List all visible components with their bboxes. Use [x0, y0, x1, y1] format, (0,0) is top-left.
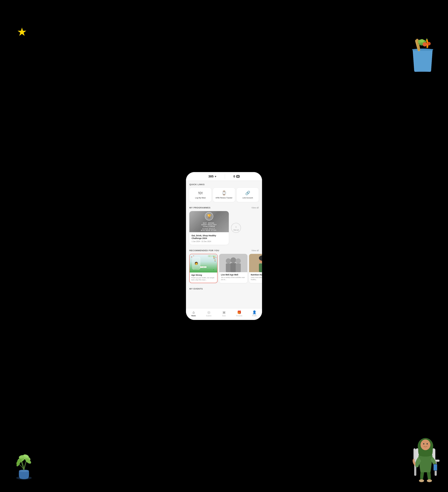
explore-label: Explore: [206, 315, 211, 317]
rec-card-age-strong[interactable]: DAY 1 DAY 2 🏃 DAY 3: [189, 254, 218, 283]
live-well-image: [219, 254, 247, 272]
plant-decoration: [9, 441, 40, 481]
quick-links-grid: 🍽 Log My Meal ⌚ HPB Fitness Tracker 🔗 Li…: [189, 188, 259, 202]
live-well-photo-bg: [219, 254, 247, 272]
grocery-decoration: [408, 37, 437, 73]
quick-link-link-account[interactable]: 🔗 Link Account: [237, 188, 259, 202]
hpb-fitness-label: HPB Fitness Tracker: [216, 197, 232, 199]
trophy-icon: 🏆: [205, 212, 213, 221]
age-strong-bg: DAY 1 DAY 2 🏃 DAY 3: [190, 254, 217, 272]
recommended-header: RECOMMENDED FOR YOU View all: [189, 249, 259, 252]
home-label: Home: [191, 315, 196, 317]
coin-box-icon: ⊞: [236, 175, 240, 178]
heart-dec-2: ❤: [193, 255, 194, 256]
svg-marker-32: [213, 269, 214, 270]
svg-point-17: [427, 42, 431, 45]
my-events-header: MY EVENTS: [189, 287, 259, 290]
phone-content: QUICK LINKS 🍽 Log My Meal ⌚ HPB Fitness …: [186, 180, 262, 311]
svg-point-31: [427, 479, 432, 482]
svg-point-15: [420, 39, 424, 42]
age-strong-image: DAY 1 DAY 2 🏃 DAY 3: [190, 254, 217, 272]
programme-date: 1 Jan 2024 - 31 Dec 2024: [192, 240, 227, 243]
nav-explore[interactable]: ◎ Explore: [201, 310, 216, 317]
scan-label: Scan: [222, 315, 226, 317]
home-icon: ⌂: [193, 310, 195, 314]
recommended-title: RECOMMENDED FOR YOU: [189, 249, 219, 252]
scan-icon: ▣: [222, 310, 226, 314]
programme-image-overlay: 🏆 EAT. DRINK.SHOP HEALTHYCHALLENGE SCAN …: [189, 211, 229, 232]
svg-rect-37: [226, 264, 231, 272]
quick-links-section: QUICK LINKS 🍽 Log My Meal ⌚ HPB Fitness …: [186, 180, 262, 204]
programme-image: 🏆 EAT. DRINK.SHOP HEALTHYCHALLENGE SCAN …: [189, 211, 229, 232]
nav-rewards[interactable]: 🎁 Rewards: [232, 310, 247, 317]
view-all-circle[interactable]: › View all: [231, 223, 241, 233]
nutrition-hub-image: [249, 254, 262, 272]
live-well-desc: Join a variety of free activities near y…: [221, 277, 246, 281]
quick-links-title: QUICK LINKS: [189, 183, 205, 185]
my-events-section: MY EVENTS: [186, 285, 262, 297]
nutrition-photo-bg: [249, 254, 262, 272]
rec-card-nutrition-hub[interactable]: Nutrition Hub Learn more about nutrition…: [249, 254, 262, 283]
link-account-label: Link Account: [242, 197, 253, 199]
svg-point-16: [423, 42, 427, 46]
status-divider: [225, 174, 225, 179]
rewards-icon: 🎁: [237, 310, 241, 314]
heart-icon: ♥: [215, 175, 216, 178]
points-display: 385 ♥: [208, 174, 216, 178]
quick-link-hpb-fitness[interactable]: ⌚ HPB Fitness Tracker: [213, 188, 235, 202]
arrow-path: [190, 268, 217, 271]
programmes-scroll: 🏆 EAT. DRINK.SHOP HEALTHYCHALLENGE SCAN …: [189, 211, 259, 245]
svg-point-35: [230, 257, 236, 263]
recommended-section: RECOMMENDED FOR YOU View all DAY 1: [186, 246, 262, 285]
coins-value: 0: [233, 174, 235, 178]
profile-label: Profile: [252, 315, 257, 317]
heart-dec-3: ❤: [215, 257, 217, 258]
chevron-right-icon: ›: [235, 225, 237, 229]
rec-card-live-well[interactable]: Live Well Age Well Join a variety of fre…: [219, 254, 247, 283]
phone-wrapper: 385 ♥ 0 ⊞ QUICK LINKS 🍽 Log My Meal: [186, 172, 262, 320]
view-all-circle-label: View all: [233, 229, 239, 231]
points-value: 385: [208, 174, 214, 178]
my-programmes-title: MY PROGRAMMES: [189, 206, 210, 209]
nav-scan[interactable]: ▣ Scan: [216, 310, 232, 317]
quick-link-log-meal[interactable]: 🍽 Log My Meal: [189, 188, 211, 202]
programme-title: Eat, Drink, Shop Healthy Challenge 2024: [192, 234, 227, 240]
running-figure-1: 🏃: [212, 256, 216, 259]
star-decoration: ★: [17, 25, 27, 39]
woman-decoration: [406, 424, 445, 483]
my-events-title: MY EVENTS: [189, 287, 203, 290]
svg-point-25: [420, 440, 430, 450]
log-meal-icon: 🍽: [198, 191, 202, 195]
programme-card-eat-drink[interactable]: 🏆 EAT. DRINK.SHOP HEALTHYCHALLENGE SCAN …: [189, 211, 229, 245]
svg-point-27: [427, 443, 428, 445]
my-programmes-section: MY PROGRAMMES View all 🏆 EAT. DRINK.SHOP…: [186, 204, 262, 246]
nav-profile[interactable]: 👤 Profile: [247, 310, 262, 317]
svg-point-36: [236, 258, 241, 264]
age-strong-title: Age Strong: [191, 274, 216, 276]
events-spacer: [189, 292, 259, 295]
nav-home[interactable]: ⌂ Home: [186, 310, 201, 317]
svg-point-44: [261, 259, 262, 260]
my-programmes-header: MY PROGRAMMES View all: [189, 206, 259, 209]
svg-point-34: [226, 258, 231, 264]
nutrition-hub-info: Nutrition Hub Learn more about nutrition…: [249, 272, 262, 282]
hpb-fitness-icon: ⌚: [222, 191, 227, 195]
recommended-scroll: DAY 1 DAY 2 🏃 DAY 3: [189, 254, 259, 283]
log-meal-label: Log My Meal: [195, 197, 206, 199]
profile-icon: 👤: [252, 310, 257, 314]
age-strong-desc: Power up your health, one simple task a …: [191, 277, 216, 281]
phone-figure: 🧑: [192, 257, 200, 270]
svg-rect-39: [236, 264, 241, 272]
recommended-view-all[interactable]: View all: [251, 249, 259, 252]
svg-point-26: [423, 443, 424, 445]
bottom-nav: ⌂ Home ◎ Explore ▣ Scan 🎁 Rewards 👤 Prof…: [186, 308, 262, 320]
live-well-info: Live Well Age Well Join a variety of fre…: [219, 272, 247, 282]
phone-frame: 385 ♥ 0 ⊞ QUICK LINKS 🍽 Log My Meal: [186, 172, 262, 320]
age-strong-info: Age Strong Power up your health, one sim…: [190, 272, 217, 283]
nutrition-hub-title: Nutrition Hub: [251, 274, 262, 276]
programme-info: Eat, Drink, Shop Healthy Challenge 2024 …: [189, 232, 229, 245]
my-programmes-view-all[interactable]: View all: [251, 206, 259, 209]
nutrition-hub-desc: Learn more about nutrition and healthy..…: [251, 277, 262, 281]
day1-badge: DAY 1: [208, 255, 212, 257]
svg-rect-29: [434, 464, 437, 471]
